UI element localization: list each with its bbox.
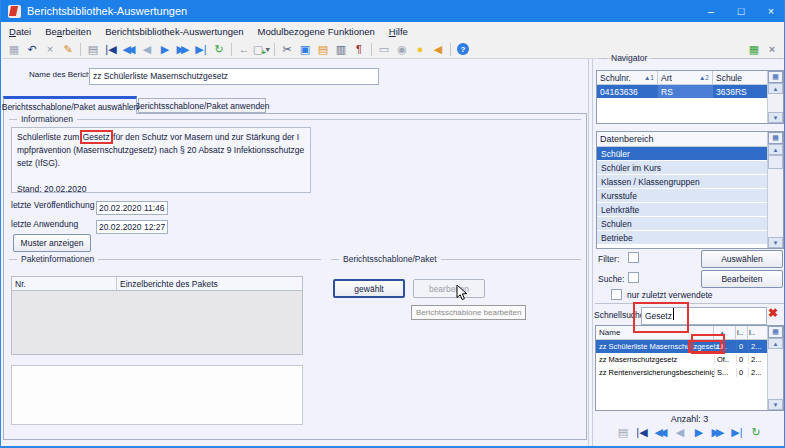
- anwendung-field[interactable]: [96, 220, 168, 234]
- col-schule[interactable]: Schule: [713, 71, 767, 84]
- menu-hilfe[interactable]: Hilfe: [382, 22, 415, 40]
- list-item-schueler[interactable]: Schüler: [597, 147, 767, 161]
- menu-bearbeiten[interactable]: Bearbeiten: [38, 22, 98, 40]
- suche-checkbox[interactable]: [628, 272, 639, 283]
- col-art[interactable]: Art▲2: [658, 71, 713, 84]
- column-options-icon[interactable]: ▦: [768, 132, 783, 144]
- datenbereich-list: Datenbereich Schüler Schüler im Kurs Kla…: [596, 131, 784, 249]
- formatting-marks-icon[interactable]: ¶: [350, 41, 368, 58]
- ergebnis-scrollbar[interactable]: ▦ ▲ ▼: [767, 326, 783, 410]
- prev-record-icon[interactable]: ◀: [138, 41, 156, 58]
- scroll-down-icon[interactable]: ▼: [768, 237, 783, 248]
- paste-icon[interactable]: ▤: [314, 41, 332, 58]
- navigator-row[interactable]: 04163636 RS 3636RS: [597, 85, 767, 98]
- print-icon[interactable]: ▭: [375, 41, 393, 58]
- datenbereich-header[interactable]: Datenbereich: [597, 132, 767, 146]
- paket-table-body[interactable]: [11, 291, 303, 355]
- col-i[interactable]: i..: [736, 326, 748, 339]
- report-name-label: Name des Berichts: [29, 70, 97, 79]
- last-record-icon[interactable]: ▶|: [192, 41, 210, 58]
- prev-fast-icon[interactable]: ◀◀: [653, 426, 669, 439]
- list-item-betriebe[interactable]: Betriebe: [597, 231, 767, 245]
- result-row-1[interactable]: zz Schülerliste Masernschutzgesetz Li.. …: [596, 340, 767, 353]
- app-window: Berichtsbibliothek-Auswertungen – □ × Da…: [0, 0, 785, 448]
- prev-fast-icon[interactable]: ◀◀: [120, 41, 138, 58]
- last-record-icon[interactable]: ▶|: [729, 426, 745, 439]
- scroll-up-icon[interactable]: ▲: [768, 83, 783, 94]
- gesetz-annotation: Gesetz: [82, 132, 111, 142]
- scroll-up-icon[interactable]: ▲: [768, 338, 783, 349]
- muster-anzeigen-button[interactable]: Muster anzeigen: [13, 234, 91, 252]
- copy-page-icon[interactable]: ▤: [615, 426, 631, 439]
- menu-berichtsbibliothek[interactable]: Berichtsbibliothek-Auswertungen: [98, 22, 250, 40]
- cell-schule: 3636RS: [713, 85, 767, 98]
- tab-schablone-anwenden[interactable]: Berichtsschablone/Paket anwenden: [138, 98, 266, 113]
- list-item-schueler-im-kurs[interactable]: Schüler im Kurs: [597, 161, 767, 175]
- next-record-icon[interactable]: ▶: [691, 426, 707, 439]
- schnellsuche-annotation: [633, 302, 689, 333]
- column-options-icon[interactable]: ▦: [768, 326, 783, 338]
- col-l[interactable]: l..: [748, 326, 765, 339]
- copy-icon[interactable]: ▣: [296, 41, 314, 58]
- list-item-lehrkraefte[interactable]: Lehrkräfte: [597, 203, 767, 217]
- scroll-down-icon[interactable]: ▼: [768, 112, 783, 123]
- save-icon[interactable]: ▦: [5, 41, 23, 58]
- paketinformationen-group: Paketinformationen: [9, 254, 321, 264]
- list-item-kursstufe[interactable]: Kursstufe: [597, 189, 767, 203]
- refresh-icon[interactable]: ↻: [210, 41, 228, 58]
- menu-datei[interactable]: Datei: [2, 22, 38, 40]
- refresh-icon[interactable]: ↻: [748, 426, 764, 439]
- edit-icon[interactable]: ✎: [59, 41, 77, 58]
- clear-search-icon[interactable]: ✖: [768, 306, 778, 320]
- menu-bar: Datei Bearbeiten Berichtsbibliothek-Ausw…: [2, 22, 785, 40]
- report-name-input[interactable]: [89, 68, 379, 85]
- paste-special-icon[interactable]: ▥: [332, 41, 350, 58]
- filter-checkbox[interactable]: [628, 252, 639, 263]
- scroll-thumb[interactable]: [768, 155, 783, 169]
- auswaehlen-button[interactable]: Auswählen: [701, 250, 783, 268]
- scroll-up-icon[interactable]: ▲: [768, 144, 783, 155]
- gewaehlt-button[interactable]: gewählt: [333, 279, 405, 298]
- scroll-down-icon[interactable]: ▼: [768, 399, 783, 410]
- column-options-icon[interactable]: ▦: [768, 71, 783, 83]
- list-item-schulen[interactable]: Schulen: [597, 217, 767, 231]
- notification-icon[interactable]: ◀: [429, 41, 447, 58]
- new-report-icon[interactable]: ▢+▼: [253, 41, 271, 58]
- beschreibung-memo[interactable]: Schülerliste zum Gesetz für den Schutz v…: [11, 127, 311, 193]
- paket-empty-box[interactable]: [11, 365, 303, 425]
- undo-icon[interactable]: ↶: [23, 41, 41, 58]
- help-icon[interactable]: ?: [454, 41, 472, 58]
- next-fast-icon[interactable]: ▶▶: [174, 41, 192, 58]
- nur-zuletzt-checkbox[interactable]: [611, 289, 622, 300]
- list-item-klassen[interactable]: Klassen / Klassengruppen: [597, 175, 767, 189]
- window-title: Berichtsbibliothek-Auswertungen: [27, 5, 187, 17]
- result-row-2[interactable]: zz Masernschutzgesetz Of.. 0 2...: [596, 353, 767, 366]
- minimize-button[interactable]: –: [696, 0, 726, 22]
- hint-icon[interactable]: ●: [411, 41, 429, 58]
- tab-schablone-auswaehlen[interactable]: Berichtsschablone/Paket auswählen: [3, 96, 137, 114]
- anwendung-label: letzte Anwendung: [11, 219, 78, 229]
- cut-icon[interactable]: ✂: [278, 41, 296, 58]
- col-einzelberichte[interactable]: Einzelberichte des Pakets: [117, 277, 302, 290]
- copy-page-icon[interactable]: ▤: [84, 41, 102, 58]
- veroeffentlichung-field[interactable]: [96, 201, 168, 215]
- result-row-3[interactable]: zz Rentenversicherungsbescheinigung.. S.…: [596, 366, 767, 379]
- close-button[interactable]: ×: [756, 0, 785, 22]
- next-fast-icon[interactable]: ▶▶: [710, 426, 726, 439]
- panel-splitter[interactable]: [588, 59, 593, 446]
- first-record-icon[interactable]: |◀: [102, 41, 120, 58]
- back-arrow-icon[interactable]: ←: [235, 41, 253, 58]
- maximize-button[interactable]: □: [726, 0, 756, 22]
- first-record-icon[interactable]: |◀: [634, 426, 650, 439]
- navigator-scrollbar[interactable]: ▦ ▲ ▼: [767, 71, 783, 123]
- suche-bearbeiten-button[interactable]: Bearbeiten: [701, 270, 783, 288]
- prev-record-icon[interactable]: ◀: [672, 426, 688, 439]
- delete-icon[interactable]: ×: [41, 41, 59, 58]
- bearbeiten-button[interactable]: bearbeiten: [413, 279, 485, 298]
- col-schulnr[interactable]: Schulnr.▲1: [597, 71, 658, 84]
- next-record-icon[interactable]: ▶: [156, 41, 174, 58]
- menu-modulbezogene-funktionen[interactable]: Modulbezogene Funktionen: [251, 22, 382, 40]
- datenbereich-scrollbar[interactable]: ▦ ▲ ▼: [767, 132, 783, 248]
- col-nr[interactable]: Nr.: [12, 277, 117, 290]
- preview-icon[interactable]: ◉: [393, 41, 411, 58]
